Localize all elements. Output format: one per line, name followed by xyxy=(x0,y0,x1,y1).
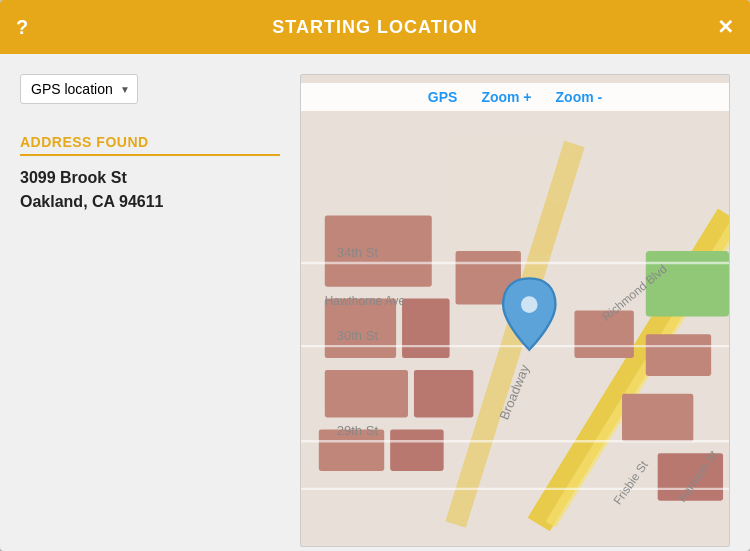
help-button[interactable]: ? xyxy=(16,16,28,39)
svg-rect-14 xyxy=(622,394,693,442)
svg-point-30 xyxy=(521,296,538,313)
svg-rect-6 xyxy=(402,299,450,358)
svg-text:29th St: 29th St xyxy=(337,423,379,438)
map-svg: 34th St 30th St 29th St Hawthorne Ave Br… xyxy=(301,75,729,546)
zoom-in-button[interactable]: Zoom + xyxy=(481,89,531,105)
svg-text:30th St: 30th St xyxy=(337,328,379,343)
svg-rect-11 xyxy=(390,429,444,471)
svg-rect-16 xyxy=(646,251,729,316)
address-section: ADDRESS FOUND 3099 Brook St Oakland, CA … xyxy=(20,134,280,214)
address-line1: 3099 Brook St xyxy=(20,166,280,190)
svg-rect-8 xyxy=(325,370,408,418)
svg-text:Hawthorne Ave: Hawthorne Ave xyxy=(325,294,406,308)
svg-text:34th St: 34th St xyxy=(337,245,379,260)
address-found-label: ADDRESS FOUND xyxy=(20,134,280,156)
close-button[interactable]: ✕ xyxy=(717,17,734,37)
select-container: GPS location Manual entry xyxy=(20,74,138,104)
gps-button[interactable]: GPS xyxy=(428,89,458,105)
map-container: GPS Zoom + Zoom - xyxy=(300,74,730,547)
right-panel: GPS Zoom + Zoom - xyxy=(300,74,730,547)
map-top-controls: GPS Zoom + Zoom - xyxy=(301,83,729,111)
dialog-body: GPS location Manual entry ADDRESS FOUND … xyxy=(0,54,750,551)
svg-rect-9 xyxy=(414,370,473,418)
dialog-title: STARTING LOCATION xyxy=(272,17,477,38)
svg-rect-13 xyxy=(646,334,711,376)
dialog-header: ? STARTING LOCATION ✕ xyxy=(0,0,750,54)
address-line2: Oakland, CA 94611 xyxy=(20,190,280,214)
location-select-wrapper: GPS location Manual entry xyxy=(20,74,280,104)
starting-location-dialog: ? STARTING LOCATION ✕ GPS location Manua… xyxy=(0,0,750,551)
left-panel: GPS location Manual entry ADDRESS FOUND … xyxy=(20,74,280,547)
location-type-select[interactable]: GPS location Manual entry xyxy=(20,74,138,104)
zoom-out-button[interactable]: Zoom - xyxy=(556,89,603,105)
